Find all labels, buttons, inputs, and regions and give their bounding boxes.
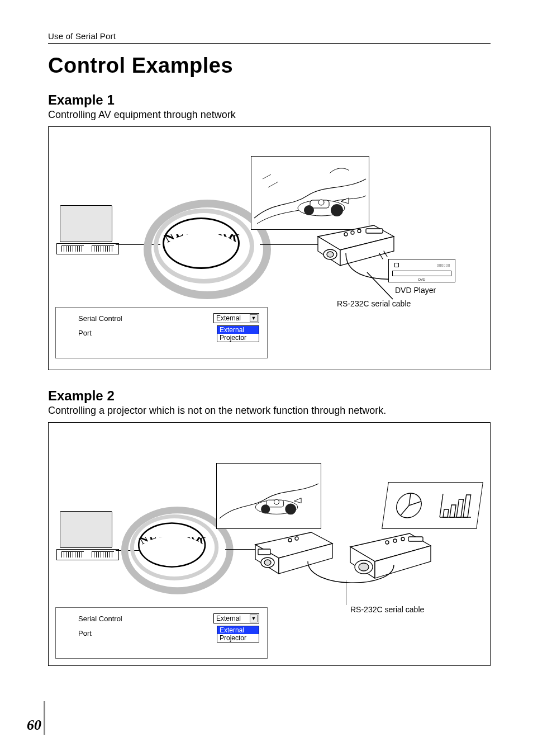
svg-point-27 [288,538,292,542]
example2-description: Controlling a projector which is not on … [48,405,491,417]
page-title: Control Examples [48,54,491,78]
svg-rect-21 [450,505,456,517]
chevron-down-icon: ▼ [250,615,258,622]
svg-point-25 [264,560,271,565]
svg-point-8 [327,252,334,257]
dropdown-value: External [216,314,241,322]
dvd-player-label: DVD Player [395,286,436,295]
svg-point-11 [358,229,361,233]
listbox-option[interactable]: Projector [217,334,259,342]
serial-control-dropdown[interactable]: External ▼ [213,613,259,623]
listbox-option[interactable]: External [217,326,259,334]
network-label: NETWORK [144,234,261,259]
panel-label-port: Port [78,629,92,637]
cable-label: RS-232C serial cable [350,605,424,614]
svg-point-17 [285,504,296,515]
network-icon: NETWORK [121,507,225,585]
page-number-rule [44,701,45,735]
page-number: 60 [27,717,41,734]
panel-label-serial-control: Serial Control [78,615,122,623]
laptop-icon [56,205,118,254]
example1-heading: Example 1 [48,92,491,108]
serial-control-listbox[interactable]: External Projector [217,626,259,642]
svg-point-9 [344,233,348,236]
svg-point-31 [386,541,389,544]
svg-rect-22 [456,499,463,517]
listbox-option[interactable]: External [217,626,259,634]
svg-point-18 [274,499,279,504]
example1-diagram: NETWORK [48,126,491,370]
chevron-down-icon: ▼ [250,314,258,322]
svg-rect-26 [258,549,270,555]
serial-control-panel: Serial Control External ▼ Port External … [55,307,268,358]
network-icon: NETWORK [144,200,261,289]
header-section: Use of Serial Port [48,31,491,44]
svg-rect-23 [463,495,471,517]
serial-control-panel: Serial Control External ▼ Port External … [55,607,268,659]
dvd-player-icon: ▯▯▯▯▯▯ DVD [388,259,455,282]
projected-image-icon [216,463,321,529]
svg-point-10 [351,231,354,234]
network-label: NETWORK [121,537,225,560]
laptop-icon [56,511,118,560]
svg-point-28 [295,537,298,540]
panel-label-serial-control: Serial Control [78,314,122,323]
svg-rect-12 [366,229,383,233]
serial-control-dropdown[interactable]: External ▼ [213,313,259,323]
svg-point-16 [261,504,270,513]
svg-rect-34 [408,537,423,541]
example1-description: Controlling AV equipment through network [48,109,491,121]
svg-point-6 [318,200,324,205]
svg-point-32 [393,539,397,542]
serial-control-listbox[interactable]: External Projector [217,325,259,342]
svg-text:NETWORK: NETWORK [162,234,243,245]
dropdown-value: External [216,615,241,622]
example2-diagram: NETWORK [48,422,491,666]
example2-heading: Example 2 [48,388,491,404]
svg-text:NETWORK: NETWORK [137,537,208,547]
svg-point-33 [401,537,404,541]
svg-rect-20 [443,509,449,517]
listbox-option[interactable]: Projector [217,634,259,642]
page: Use of Serial Port Control Examples Exam… [0,0,533,756]
panel-label-port: Port [78,329,92,337]
